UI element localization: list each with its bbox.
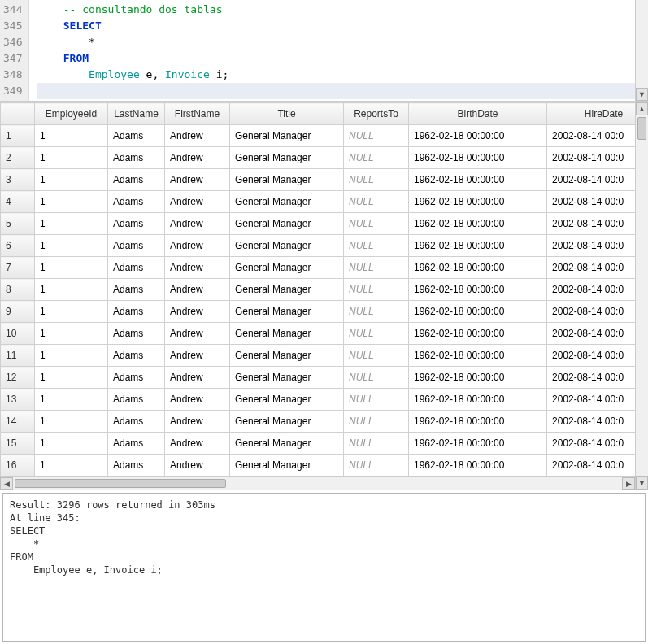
column-header[interactable]: EmployeeId	[35, 103, 108, 125]
table-cell[interactable]: 1	[35, 125, 108, 147]
table-cell[interactable]: Andrew	[165, 147, 230, 169]
table-cell[interactable]: 2002-08-14 00:0	[547, 323, 636, 345]
table-cell[interactable]: 1	[35, 279, 108, 301]
scroll-left-arrow-icon[interactable]: ◀	[0, 477, 13, 490]
table-cell[interactable]: 2002-08-14 00:0	[547, 389, 636, 411]
table-row[interactable]: 31AdamsAndrewGeneral ManagerNULL1962-02-…	[1, 169, 636, 191]
table-cell[interactable]: Andrew	[165, 455, 230, 476]
table-cell[interactable]: 2002-08-14 00:0	[547, 301, 636, 323]
table-cell[interactable]: 1962-02-18 00:00:00	[409, 125, 547, 147]
table-cell[interactable]: 1	[35, 367, 108, 389]
table-cell[interactable]: Andrew	[165, 411, 230, 433]
table-cell[interactable]: Adams	[108, 433, 165, 455]
table-cell[interactable]: 1962-02-18 00:00:00	[409, 433, 547, 455]
table-cell[interactable]: Andrew	[165, 433, 230, 455]
table-cell[interactable]: 2002-08-14 00:0	[547, 213, 636, 235]
table-cell[interactable]: Andrew	[165, 235, 230, 257]
table-cell[interactable]: NULL	[344, 433, 409, 455]
table-cell[interactable]: 1962-02-18 00:00:00	[409, 235, 547, 257]
table-cell[interactable]: 1	[35, 323, 108, 345]
code-line[interactable]: -- consultando dos tablas	[37, 2, 635, 18]
table-cell[interactable]: Adams	[108, 169, 165, 191]
table-row[interactable]: 61AdamsAndrewGeneral ManagerNULL1962-02-…	[1, 235, 636, 257]
table-cell[interactable]: General Manager	[230, 213, 344, 235]
table-row[interactable]: 141AdamsAndrewGeneral ManagerNULL1962-02…	[1, 411, 636, 433]
table-cell[interactable]: 2002-08-14 00:0	[547, 411, 636, 433]
table-row[interactable]: 21AdamsAndrewGeneral ManagerNULL1962-02-…	[1, 147, 636, 169]
table-cell[interactable]: Andrew	[165, 389, 230, 411]
column-header[interactable]: HireDate	[547, 103, 636, 125]
table-cell[interactable]: Andrew	[165, 367, 230, 389]
scroll-up-arrow-icon[interactable]: ▲	[636, 102, 648, 115]
results-vertical-scrollbar[interactable]: ▲ ▼	[635, 102, 648, 490]
table-cell[interactable]: NULL	[344, 213, 409, 235]
table-cell[interactable]: Andrew	[165, 213, 230, 235]
column-header[interactable]: LastName	[108, 103, 165, 125]
table-cell[interactable]: 1962-02-18 00:00:00	[409, 213, 547, 235]
table-cell[interactable]: Andrew	[165, 169, 230, 191]
table-cell[interactable]: Adams	[108, 257, 165, 279]
table-cell[interactable]: 1	[35, 301, 108, 323]
table-cell[interactable]: 2002-08-14 00:0	[547, 191, 636, 213]
scroll-down-arrow-icon[interactable]: ▼	[636, 88, 648, 101]
column-header[interactable]: FirstName	[165, 103, 230, 125]
code-line[interactable]: SELECT	[37, 18, 635, 34]
table-cell[interactable]: 1962-02-18 00:00:00	[409, 367, 547, 389]
results-table[interactable]: EmployeeIdLastNameFirstNameTitleReportsT…	[0, 102, 635, 476]
table-row[interactable]: 131AdamsAndrewGeneral ManagerNULL1962-02…	[1, 389, 636, 411]
scroll-right-arrow-icon[interactable]: ▶	[622, 477, 635, 490]
table-cell[interactable]: General Manager	[230, 433, 344, 455]
table-row[interactable]: 11AdamsAndrewGeneral ManagerNULL1962-02-…	[1, 125, 636, 147]
table-row[interactable]: 91AdamsAndrewGeneral ManagerNULL1962-02-…	[1, 301, 636, 323]
table-row[interactable]: 71AdamsAndrewGeneral ManagerNULL1962-02-…	[1, 257, 636, 279]
query-output-log[interactable]: Result: 3296 rows returned in 303ms At l…	[2, 493, 646, 642]
table-cell[interactable]: NULL	[344, 147, 409, 169]
table-cell[interactable]: General Manager	[230, 323, 344, 345]
table-cell[interactable]: General Manager	[230, 191, 344, 213]
table-cell[interactable]: 1	[35, 345, 108, 367]
vertical-scroll-thumb[interactable]	[637, 117, 646, 140]
table-cell[interactable]: General Manager	[230, 279, 344, 301]
table-cell[interactable]: 2002-08-14 00:0	[547, 169, 636, 191]
table-cell[interactable]: 1	[35, 191, 108, 213]
table-cell[interactable]: 1	[35, 235, 108, 257]
table-cell[interactable]: NULL	[344, 235, 409, 257]
table-cell[interactable]: General Manager	[230, 389, 344, 411]
table-cell[interactable]: Andrew	[165, 345, 230, 367]
column-header[interactable]: Title	[230, 103, 344, 125]
table-cell[interactable]: 2002-08-14 00:0	[547, 235, 636, 257]
table-cell[interactable]: NULL	[344, 191, 409, 213]
table-cell[interactable]: 2002-08-14 00:0	[547, 345, 636, 367]
table-cell[interactable]: 2002-08-14 00:0	[547, 257, 636, 279]
scroll-down-arrow-icon[interactable]: ▼	[636, 476, 648, 490]
table-cell[interactable]: General Manager	[230, 301, 344, 323]
table-cell[interactable]: Andrew	[165, 301, 230, 323]
table-cell[interactable]: Andrew	[165, 257, 230, 279]
table-cell[interactable]: 1	[35, 257, 108, 279]
table-cell[interactable]: NULL	[344, 279, 409, 301]
table-cell[interactable]: Adams	[108, 389, 165, 411]
table-cell[interactable]: NULL	[344, 169, 409, 191]
code-line[interactable]: *	[37, 34, 635, 50]
table-cell[interactable]: Adams	[108, 213, 165, 235]
results-horizontal-scrollbar[interactable]: ◀ ▶	[0, 476, 635, 490]
table-cell[interactable]: Adams	[108, 345, 165, 367]
table-cell[interactable]: 1	[35, 389, 108, 411]
table-cell[interactable]: General Manager	[230, 345, 344, 367]
table-cell[interactable]: 1962-02-18 00:00:00	[409, 147, 547, 169]
table-cell[interactable]: 2002-08-14 00:0	[547, 433, 636, 455]
table-cell[interactable]: 2002-08-14 00:0	[547, 455, 636, 476]
code-line[interactable]	[37, 83, 635, 99]
table-cell[interactable]: General Manager	[230, 169, 344, 191]
code-line[interactable]: Employee e, Invoice i;	[37, 67, 635, 83]
code-line[interactable]: FROM	[37, 50, 635, 67]
table-cell[interactable]: 1	[35, 433, 108, 455]
table-cell[interactable]: 1962-02-18 00:00:00	[409, 323, 547, 345]
table-row[interactable]: 151AdamsAndrewGeneral ManagerNULL1962-02…	[1, 433, 636, 455]
table-cell[interactable]: 1962-02-18 00:00:00	[409, 257, 547, 279]
horizontal-scroll-thumb[interactable]	[15, 479, 226, 488]
column-header[interactable]: ReportsTo	[344, 103, 409, 125]
table-cell[interactable]: Adams	[108, 279, 165, 301]
table-cell[interactable]: 1962-02-18 00:00:00	[409, 301, 547, 323]
table-cell[interactable]: NULL	[344, 367, 409, 389]
